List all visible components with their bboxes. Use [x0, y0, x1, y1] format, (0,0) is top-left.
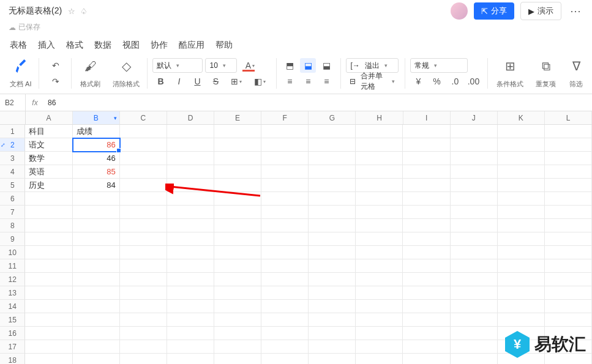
- cell-C16[interactable]: [120, 327, 167, 340]
- cell-H15[interactable]: [356, 313, 403, 327]
- cell-A7[interactable]: [25, 206, 72, 219]
- cell-K14[interactable]: [498, 300, 545, 313]
- cell-I7[interactable]: [403, 206, 450, 219]
- cell-L8[interactable]: [545, 219, 592, 232]
- col-header-C[interactable]: C: [120, 111, 167, 124]
- cell-J5[interactable]: [451, 179, 498, 192]
- cell-A11[interactable]: [25, 259, 72, 273]
- dec-inc-button[interactable]: .0: [447, 74, 463, 89]
- dup-icon[interactable]: ⧉: [538, 58, 554, 74]
- cell-I14[interactable]: [403, 300, 450, 313]
- formula-bar[interactable]: 86: [44, 98, 59, 107]
- cell-K1[interactable]: [498, 125, 545, 138]
- cell-L6[interactable]: [545, 192, 592, 206]
- cell-E13[interactable]: [214, 286, 261, 300]
- cell-J3[interactable]: [451, 152, 498, 165]
- row-header-6[interactable]: 6: [0, 192, 25, 206]
- cell-C1[interactable]: [120, 125, 167, 138]
- cell-D9[interactable]: [167, 232, 214, 246]
- cell-F12[interactable]: [261, 273, 309, 286]
- cell-K13[interactable]: [498, 286, 545, 300]
- bold-button[interactable]: B: [152, 74, 168, 89]
- cell-J10[interactable]: [451, 246, 498, 259]
- cell-J12[interactable]: [451, 273, 498, 286]
- cell-L15[interactable]: [545, 313, 592, 327]
- share-button[interactable]: ⇱ 分享: [474, 2, 514, 20]
- menu-format[interactable]: 格式: [66, 40, 83, 51]
- cell-B1[interactable]: 成绩: [73, 125, 120, 138]
- cell-E7[interactable]: [214, 206, 261, 219]
- font-dropdown[interactable]: 默认▾: [152, 58, 203, 73]
- cell-C14[interactable]: [120, 300, 167, 313]
- cell-B18[interactable]: [73, 354, 120, 364]
- cell-F16[interactable]: [261, 327, 309, 340]
- row-header-10[interactable]: 10: [0, 246, 25, 259]
- cell-L7[interactable]: [545, 206, 592, 219]
- cell-A15[interactable]: [25, 313, 72, 327]
- menu-table[interactable]: 表格: [10, 40, 27, 51]
- cell-C8[interactable]: [120, 219, 167, 232]
- cell-E15[interactable]: [214, 313, 261, 327]
- cell-D11[interactable]: [167, 259, 214, 273]
- italic-button[interactable]: I: [171, 74, 187, 89]
- col-header-J[interactable]: J: [451, 111, 498, 124]
- cell-L13[interactable]: [545, 286, 592, 300]
- cell-H7[interactable]: [356, 206, 403, 219]
- cell-K7[interactable]: [498, 206, 545, 219]
- cell-B10[interactable]: [73, 246, 120, 259]
- cell-C4[interactable]: [120, 165, 167, 179]
- cell-L14[interactable]: [545, 300, 592, 313]
- cell-F2[interactable]: [261, 138, 309, 152]
- cell-G11[interactable]: [309, 259, 356, 273]
- cell-D1[interactable]: [167, 125, 214, 138]
- cell-K9[interactable]: [498, 232, 545, 246]
- cell-K3[interactable]: [498, 152, 545, 165]
- cell-J7[interactable]: [451, 206, 498, 219]
- cell-A14[interactable]: [25, 300, 72, 313]
- cell-G17[interactable]: [309, 340, 356, 354]
- cell-B7[interactable]: [73, 206, 120, 219]
- row-header-8[interactable]: 8: [0, 219, 25, 232]
- align-right-button[interactable]: ≡: [318, 74, 334, 89]
- cell-I6[interactable]: [403, 192, 450, 206]
- row-header-16[interactable]: 16: [0, 327, 25, 340]
- fx-icon[interactable]: fx: [26, 98, 44, 107]
- valign-bot-button[interactable]: ⬓: [318, 58, 334, 73]
- cell-A10[interactable]: [25, 246, 72, 259]
- col-header-K[interactable]: K: [498, 111, 545, 124]
- cell-I16[interactable]: [403, 327, 450, 340]
- cell-K8[interactable]: [498, 219, 545, 232]
- cell-F13[interactable]: [261, 286, 309, 300]
- cell-H1[interactable]: [356, 125, 403, 138]
- cell-L2[interactable]: [545, 138, 592, 152]
- present-button[interactable]: ▶ 演示: [520, 2, 561, 20]
- cell-J17[interactable]: [451, 340, 498, 354]
- more-icon[interactable]: ⋯: [568, 4, 583, 18]
- cell-I5[interactable]: [403, 179, 450, 192]
- docai-icon[interactable]: [13, 58, 29, 74]
- merge-button[interactable]: ⊟ 合并单元格▾: [346, 74, 399, 89]
- cell-H6[interactable]: [356, 192, 403, 206]
- row-header-3[interactable]: 3: [0, 152, 25, 165]
- cell-I2[interactable]: [403, 138, 450, 152]
- cell-B17[interactable]: [73, 340, 120, 354]
- cell-J1[interactable]: [451, 125, 498, 138]
- cell-A2[interactable]: 语文: [25, 138, 72, 152]
- cell-B15[interactable]: [73, 313, 120, 327]
- cell-H11[interactable]: [356, 259, 403, 273]
- cell-F3[interactable]: [261, 152, 309, 165]
- cell-H5[interactable]: [356, 179, 403, 192]
- row-header-14[interactable]: 14: [0, 300, 25, 313]
- menu-view[interactable]: 视图: [122, 40, 140, 51]
- cell-F1[interactable]: [261, 125, 309, 138]
- cell-H18[interactable]: [356, 354, 403, 364]
- cell-J14[interactable]: [451, 300, 498, 313]
- cell-B5[interactable]: 84: [73, 179, 120, 192]
- cell-F4[interactable]: [261, 165, 309, 179]
- avatar[interactable]: [451, 2, 468, 20]
- cell-G14[interactable]: [309, 300, 356, 313]
- cell-J11[interactable]: [451, 259, 498, 273]
- col-header-L[interactable]: L: [545, 111, 592, 124]
- cell-E17[interactable]: [214, 340, 261, 354]
- cell-H2[interactable]: [356, 138, 403, 152]
